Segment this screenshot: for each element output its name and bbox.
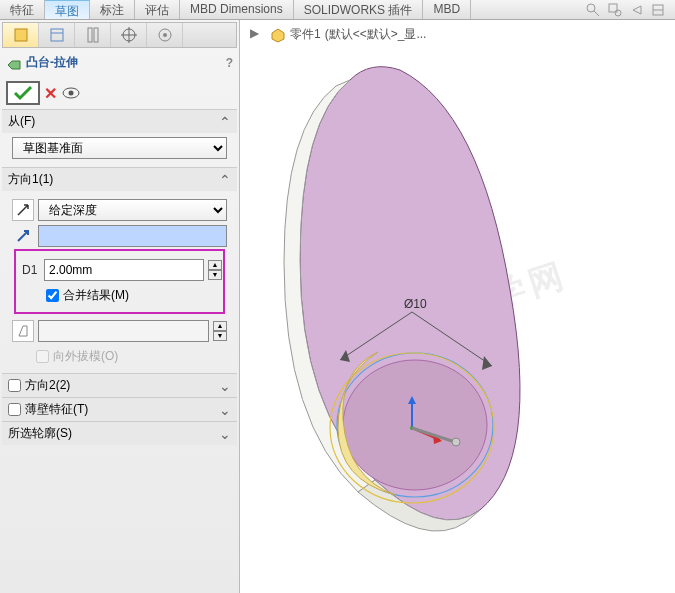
property-icon xyxy=(48,26,66,44)
thin-enable-checkbox[interactable] xyxy=(8,403,21,416)
section-contours-header[interactable]: 所选轮廓(S) ⌄ xyxy=(2,421,237,445)
expand-icon: ⌄ xyxy=(219,378,231,394)
spinner-up-icon[interactable]: ▲ xyxy=(208,260,222,270)
direction-vector-icon xyxy=(12,229,34,243)
ribbon-tab-sketch[interactable]: 草图 xyxy=(45,0,90,19)
section-dir1-body: 给定深度 D1 ▲ ▼ xyxy=(2,191,237,373)
panel-tab-config-manager[interactable] xyxy=(75,23,111,47)
section-thin-header[interactable]: 薄壁特征(T) ⌄ xyxy=(2,397,237,421)
svg-rect-6 xyxy=(15,29,27,41)
depth-dimension-icon: D1 xyxy=(22,263,40,277)
expand-icon: ⌄ xyxy=(219,426,231,442)
zoom-fit-icon[interactable] xyxy=(585,2,601,18)
svg-point-17 xyxy=(69,91,74,96)
cancel-button[interactable]: ✕ xyxy=(44,84,57,103)
svg-line-1 xyxy=(594,11,599,16)
svg-point-0 xyxy=(587,4,595,12)
panel-tab-property-manager[interactable] xyxy=(39,23,75,47)
view-toolbar xyxy=(585,2,667,18)
draft-outward-label: 向外拔模(O) xyxy=(53,348,118,365)
section-dir1-header[interactable]: 方向1(1) ⌃ xyxy=(2,167,237,191)
panel-tab-strip xyxy=(2,22,237,48)
expand-icon: ⌄ xyxy=(219,402,231,418)
model-preview: Ø10 xyxy=(240,30,670,590)
reverse-arrow-icon xyxy=(16,203,30,217)
depth-highlight-annotation: D1 ▲ ▼ 合并结果(M) xyxy=(14,249,225,314)
svg-point-15 xyxy=(163,33,167,37)
panel-tab-dimxpert[interactable] xyxy=(111,23,147,47)
direction-selection-field[interactable] xyxy=(38,225,227,247)
draft-outward-checkbox xyxy=(36,350,49,363)
section-dir2-label: 方向2(2) xyxy=(25,377,70,394)
collapse-icon: ⌃ xyxy=(219,114,231,130)
preview-toggle-icon[interactable] xyxy=(61,83,81,103)
graphics-viewport[interactable]: ▶ 零件1 (默认<<默认>_显... 软件自学网 Ø10 xyxy=(240,20,675,593)
spinner-down-icon[interactable]: ▼ xyxy=(208,270,222,280)
ribbon-tab-addins[interactable]: SOLIDWORKS 插件 xyxy=(294,0,424,19)
target-icon xyxy=(120,26,138,44)
section-contours-label: 所选轮廓(S) xyxy=(8,425,72,442)
zoom-area-icon[interactable] xyxy=(607,2,623,18)
svg-rect-7 xyxy=(51,29,63,41)
collapse-icon: ⌃ xyxy=(219,172,231,188)
action-bar: ✕ xyxy=(2,77,237,109)
draft-icon xyxy=(16,324,30,338)
ok-button-highlight xyxy=(6,81,40,105)
panel-tab-display-manager[interactable] xyxy=(147,23,183,47)
command-ribbon: 特征 草图 标注 评估 MBD Dimensions SOLIDWORKS 插件… xyxy=(0,0,675,20)
dir2-enable-checkbox[interactable] xyxy=(8,379,21,392)
feature-tree-icon xyxy=(12,26,30,44)
feature-title-text: 凸台-拉伸 xyxy=(26,54,78,71)
ribbon-tab-features[interactable]: 特征 xyxy=(0,0,45,19)
extrude-boss-icon xyxy=(6,55,22,71)
draft-spinner: ▲▼ xyxy=(213,321,227,341)
svg-point-3 xyxy=(615,10,621,16)
ribbon-tab-evaluate[interactable]: 评估 xyxy=(135,0,180,19)
ribbon-tab-mbd-dim[interactable]: MBD Dimensions xyxy=(180,0,294,19)
svg-point-28 xyxy=(452,438,460,446)
section-view-icon[interactable] xyxy=(651,2,667,18)
section-from-body: 草图基准面 xyxy=(2,133,237,167)
help-icon[interactable]: ? xyxy=(226,56,233,70)
section-from-label: 从(F) xyxy=(8,113,35,130)
dimension-label: Ø10 xyxy=(404,297,427,311)
from-plane-dropdown[interactable]: 草图基准面 xyxy=(12,137,227,159)
section-thin-label: 薄壁特征(T) xyxy=(25,401,88,418)
svg-rect-9 xyxy=(88,28,92,42)
section-dir2-header[interactable]: 方向2(2) ⌄ xyxy=(2,373,237,397)
ok-check-icon[interactable] xyxy=(12,84,34,102)
reverse-direction-button[interactable] xyxy=(12,199,34,221)
svg-point-19 xyxy=(343,360,487,490)
depth-spinner[interactable]: ▲ ▼ xyxy=(208,260,222,280)
merge-result-checkbox[interactable] xyxy=(46,289,59,302)
depth-value-input[interactable] xyxy=(44,259,204,281)
merge-result-label: 合并结果(M) xyxy=(63,287,129,304)
previous-view-icon[interactable] xyxy=(629,2,645,18)
feature-title-bar: 凸台-拉伸 ? xyxy=(2,48,237,77)
config-icon xyxy=(84,26,102,44)
ribbon-tab-annotate[interactable]: 标注 xyxy=(90,0,135,19)
panel-tab-feature-manager[interactable] xyxy=(3,23,39,47)
display-icon xyxy=(156,26,174,44)
svg-text:D1: D1 xyxy=(22,263,38,277)
draft-button[interactable] xyxy=(12,320,34,342)
section-from-header[interactable]: 从(F) ⌃ xyxy=(2,109,237,133)
draft-angle-input xyxy=(38,320,209,342)
property-manager-panel: 凸台-拉伸 ? ✕ 从(F) ⌃ 草图基准面 方向1(1) ⌃ xyxy=(0,20,240,593)
section-dir1-label: 方向1(1) xyxy=(8,171,53,188)
svg-rect-10 xyxy=(94,28,98,42)
ribbon-tab-mbd[interactable]: MBD xyxy=(423,0,471,19)
end-condition-dropdown[interactable]: 给定深度 xyxy=(38,199,227,221)
